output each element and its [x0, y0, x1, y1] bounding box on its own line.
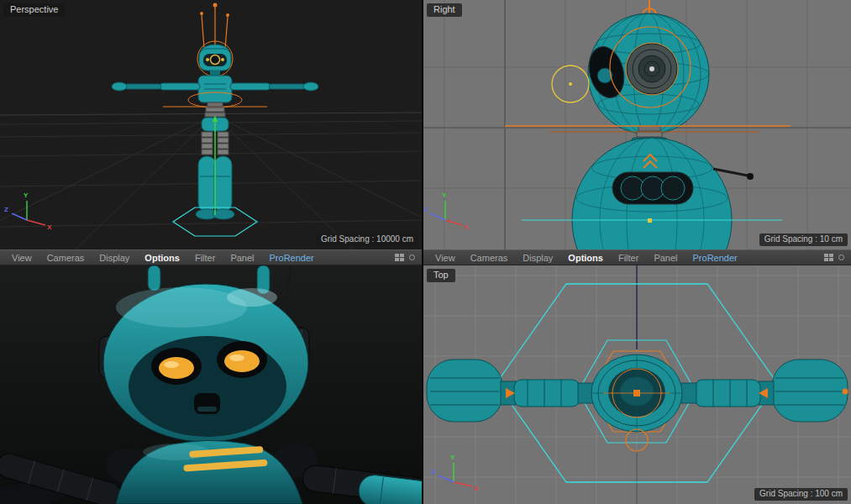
- axis-label-y: Y: [24, 192, 29, 199]
- viewport-right[interactable]: Y X Z Right Grid Spacing : 10 cm: [423, 0, 851, 249]
- viewport-label: Perspective: [3, 3, 65, 17]
- viewport-top[interactable]: Y X Z Top Grid Spacing : 100 cm: [423, 265, 851, 504]
- axis-label-z: Z: [4, 206, 8, 213]
- axis-label-x: X: [474, 485, 479, 492]
- viewport-layout-icon[interactable]: [395, 254, 404, 261]
- viewport-menu-icon[interactable]: [838, 255, 844, 260]
- menu-item-filter[interactable]: Filter: [611, 251, 646, 265]
- grid-spacing-badge: Grid Spacing : 100 cm: [754, 488, 848, 501]
- menu-item-display[interactable]: Display: [92, 251, 137, 265]
- render-scene: [0, 265, 422, 504]
- c4d-four-view-window: Y X Z Perspective Grid Spacing : 10000 c…: [0, 0, 851, 504]
- menu-item-prorender[interactable]: ProRender: [686, 251, 745, 265]
- menu-item-view[interactable]: View: [428, 251, 463, 265]
- viewport-layout-icon[interactable]: [824, 254, 833, 261]
- grid-spacing-badge: Grid Spacing : 10 cm: [759, 234, 848, 246]
- menu-item-options[interactable]: Options: [560, 251, 611, 265]
- menu-item-cameras[interactable]: Cameras: [463, 251, 516, 265]
- axis-gizmo: Y X Z: [424, 192, 469, 231]
- menu-item-prorender[interactable]: ProRender: [262, 251, 322, 265]
- viewport-menubar-left: View Cameras Display Options Filter Pane…: [0, 249, 422, 265]
- robot-model[interactable]: [552, 0, 754, 249]
- menu-item-view[interactable]: View: [4, 251, 39, 265]
- axis-label-y: Y: [450, 454, 455, 461]
- viewport-label: Right: [427, 3, 462, 17]
- axis-label-z: Z: [424, 206, 428, 213]
- right-scene: Y X Z: [423, 0, 851, 249]
- axis-label-x: X: [464, 223, 469, 231]
- viewport-render-closeup[interactable]: [0, 265, 422, 504]
- axis-gizmo: Y X Z: [4, 192, 52, 231]
- axis-label-z: Z: [431, 468, 435, 475]
- viewport-menubar-right: View Cameras Display Options Filter Pane…: [423, 249, 851, 265]
- axis-label-y: Y: [442, 192, 447, 199]
- viewport-label: Top: [427, 269, 455, 282]
- menu-item-panel[interactable]: Panel: [223, 251, 261, 265]
- perspective-scene: Y X Z: [0, 0, 422, 249]
- axis-gizmo: Y X Z: [431, 454, 479, 492]
- top-scene: Y X Z: [423, 265, 851, 504]
- viewport-menu-icon[interactable]: [409, 255, 415, 260]
- menu-item-options[interactable]: Options: [137, 251, 187, 265]
- grid-spacing-badge: Grid Spacing : 10000 cm: [316, 234, 418, 246]
- menu-item-filter[interactable]: Filter: [187, 251, 223, 265]
- viewport-perspective[interactable]: Y X Z Perspective Grid Spacing : 10000 c…: [0, 0, 422, 249]
- menu-item-cameras[interactable]: Cameras: [39, 251, 92, 265]
- menu-item-panel[interactable]: Panel: [646, 251, 685, 265]
- axis-label-x: X: [47, 223, 52, 231]
- robot-model[interactable]: [112, 3, 318, 237]
- menu-item-display[interactable]: Display: [515, 251, 560, 265]
